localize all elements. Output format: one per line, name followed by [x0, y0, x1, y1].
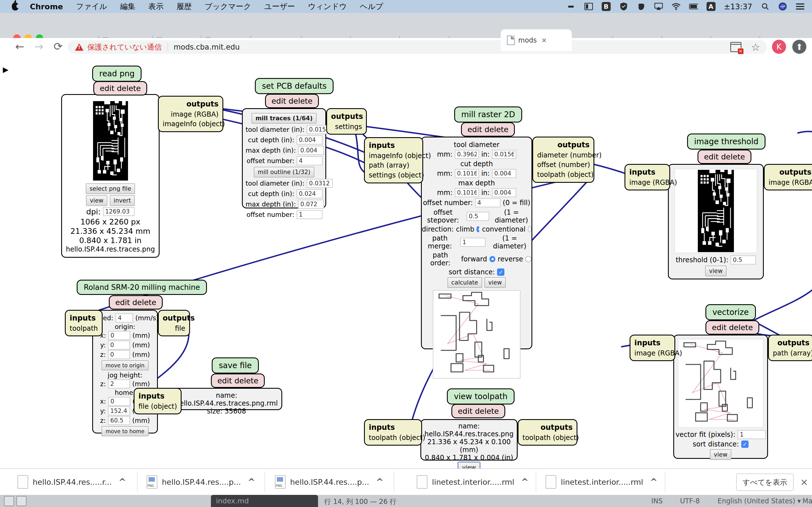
view-button[interactable]: view: [705, 266, 726, 276]
input-path[interactable]: path (array): [369, 161, 418, 170]
select-png-file-button[interactable]: select png file: [86, 183, 135, 194]
origin-y-input[interactable]: [108, 341, 130, 349]
home-x-input[interactable]: [108, 397, 130, 406]
tool-diameter-mm-input[interactable]: [455, 150, 479, 159]
module-image-threshold-title[interactable]: image threshold: [687, 133, 765, 150]
dpi-input[interactable]: [103, 207, 135, 216]
reverse-radio[interactable]: [525, 256, 531, 262]
vector-fit-input[interactable]: [738, 430, 766, 439]
calculate-button[interactable]: calculate: [448, 277, 482, 288]
output-diameter[interactable]: diameter (number): [537, 151, 590, 160]
editor-tab-index-md[interactable]: index.md: [211, 495, 318, 507]
view-toolpath-edit-delete[interactable]: edit delete: [451, 404, 505, 418]
conventional-radio[interactable]: [528, 226, 531, 232]
max-depth-input-2[interactable]: [298, 200, 324, 209]
set-pcb-edit-delete[interactable]: edit delete: [265, 94, 319, 108]
download-item[interactable]: hello.ISP.44.res....p...^: [275, 469, 384, 495]
sort-distance-checkbox[interactable]: [741, 441, 749, 448]
input-image-rgba[interactable]: image (RGBA): [635, 348, 670, 358]
output-image-rgba[interactable]: image (RGBA): [163, 110, 218, 119]
offset-number-input[interactable]: [297, 156, 322, 165]
mill-raster-outputs[interactable]: outputs diameter (number) offset (number…: [532, 136, 594, 183]
download-item[interactable]: linetest.interior.....rml^: [546, 469, 658, 495]
climb-radio[interactable]: [476, 226, 479, 232]
mill-raster-inputs[interactable]: inputs imageInfo (object) path (array) s…: [364, 137, 423, 183]
roland-outputs[interactable]: outputs file: [158, 310, 190, 336]
mill-raster-edit-delete[interactable]: edit delete: [461, 122, 515, 136]
module-view-toolpath-title[interactable]: view toolpath: [447, 388, 515, 404]
speed-input[interactable]: [116, 314, 133, 323]
mill-outline-button[interactable]: mill outline (1/32): [254, 167, 314, 177]
editor-language-select[interactable]: English (United States) ▾: [718, 497, 801, 505]
output-imageinfo[interactable]: imageInfo (object): [163, 119, 218, 129]
image-threshold-edit-delete[interactable]: edit delete: [698, 150, 751, 164]
module-vectorize-title[interactable]: vectorize: [705, 304, 756, 320]
chevron-up-icon[interactable]: ^: [248, 476, 255, 487]
save-file-inputs[interactable]: inputs file (object): [134, 388, 182, 414]
set-pcb-outputs[interactable]: outputs settings: [326, 108, 367, 135]
image-threshold-outputs[interactable]: outputs image (RGBA): [764, 164, 812, 190]
module-set-pcb-defaults-title[interactable]: set PCB defaults: [255, 78, 334, 94]
output-file[interactable]: file: [163, 324, 185, 334]
tab-close-icon[interactable]: ×: [541, 36, 547, 44]
mill-traces-button[interactable]: mill traces (1/64): [252, 113, 317, 124]
input-toolpath-object[interactable]: toolpath (object): [369, 433, 417, 443]
home-z-input[interactable]: [108, 416, 130, 425]
path-merge-input[interactable]: [460, 238, 486, 247]
module-read-png-title[interactable]: read png: [92, 66, 142, 82]
output-offset[interactable]: offset (number): [537, 160, 590, 170]
module-roland-title[interactable]: Roland SRM-20 milling machine: [77, 280, 207, 295]
view-button[interactable]: view: [710, 449, 731, 460]
max-depth-input[interactable]: [298, 146, 324, 155]
cut-depth-in-input[interactable]: [492, 169, 516, 178]
show-all-downloads-button[interactable]: すべてを表示: [736, 473, 794, 491]
jog-z-input[interactable]: [108, 379, 130, 388]
output-toolpath[interactable]: toolpath (object): [537, 170, 590, 180]
view-toolpath-inputs[interactable]: inputs toolpath (object): [364, 419, 422, 446]
save-file-edit-delete[interactable]: edit delete: [211, 374, 265, 388]
image-threshold-inputs[interactable]: inputs image (RGBA): [624, 164, 670, 190]
offset-stepover-input[interactable]: [467, 212, 489, 221]
chevron-up-icon[interactable]: ^: [376, 476, 384, 487]
input-settings[interactable]: settings (object): [369, 170, 418, 180]
max-depth-mm-input[interactable]: [455, 188, 479, 197]
view-button[interactable]: view: [485, 277, 506, 288]
tool-diameter-input-2[interactable]: [307, 179, 333, 188]
move-to-origin-button[interactable]: move to origin: [101, 360, 148, 371]
offset-number-input[interactable]: [475, 198, 500, 207]
move-to-home-button[interactable]: move to home: [101, 426, 148, 436]
download-item[interactable]: hello.ISP.44.res.....r...^: [17, 469, 126, 495]
output-settings[interactable]: settings: [331, 122, 362, 132]
roland-inputs[interactable]: inputs toolpath: [65, 310, 103, 336]
home-y-input[interactable]: [108, 406, 130, 415]
chevron-up-icon[interactable]: ^: [119, 476, 126, 487]
mods-menu-toggle[interactable]: ▶: [3, 65, 8, 74]
vectorize-outputs[interactable]: outputs path (array): [768, 335, 812, 361]
roland-edit-delete[interactable]: edit delete: [109, 295, 163, 309]
vectorize-inputs[interactable]: inputs image (RGBA): [629, 335, 675, 361]
input-file-object[interactable]: file (object): [139, 402, 177, 411]
download-item[interactable]: hello.ISP.44.res....p...^: [147, 469, 255, 495]
cut-depth-mm-input[interactable]: [455, 169, 479, 178]
module-mill-raster-title[interactable]: mill raster 2D: [454, 107, 522, 122]
chevron-up-icon[interactable]: ^: [650, 476, 658, 487]
tool-diameter-in-input[interactable]: [492, 150, 516, 159]
cut-depth-input[interactable]: [297, 135, 322, 145]
module-save-file-title[interactable]: save file: [212, 357, 259, 374]
threshold-input[interactable]: [730, 256, 756, 265]
cut-depth-input-2[interactable]: [297, 189, 322, 198]
origin-x-input[interactable]: [108, 331, 130, 340]
input-imageinfo[interactable]: imageInfo (object): [369, 151, 418, 161]
sort-distance-checkbox[interactable]: [497, 269, 504, 276]
output-toolpath-object[interactable]: toolpath (object): [522, 433, 573, 443]
max-depth-in-input[interactable]: [492, 188, 516, 197]
input-image-rgba[interactable]: image (RGBA): [629, 178, 665, 187]
forward-radio[interactable]: [490, 256, 496, 262]
input-toolpath[interactable]: toolpath: [70, 324, 98, 334]
read-png-edit-delete[interactable]: edit delete: [93, 81, 147, 96]
origin-z-input[interactable]: [108, 350, 130, 359]
vectorize-edit-delete[interactable]: edit delete: [705, 320, 759, 335]
output-path-array[interactable]: path (array): [773, 348, 809, 358]
view-button[interactable]: view: [86, 195, 107, 206]
download-item[interactable]: linetest.interior.....rml^: [417, 469, 529, 495]
